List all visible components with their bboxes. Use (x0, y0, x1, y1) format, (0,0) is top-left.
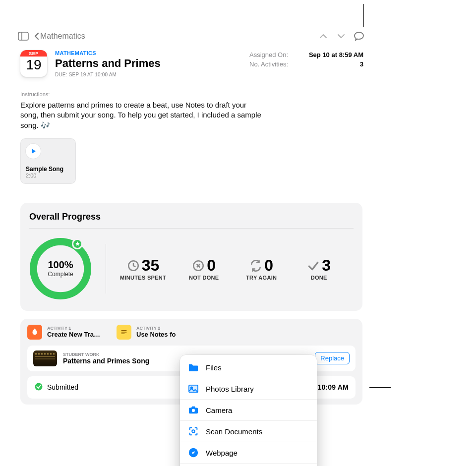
activities-count-label: No. Activities: (249, 60, 288, 68)
source-picker-menu: Files Photos Library Camera Scan Documen… (180, 355, 317, 466)
photo-icon (188, 383, 199, 394)
menu-item-webpage[interactable]: Webpage (180, 442, 317, 463)
svg-marker-2 (32, 149, 36, 154)
stat-not-done: 0 NOT DONE (184, 256, 224, 281)
stat-minutes-spent: 35 MINUTES SPENT (120, 256, 166, 281)
progress-stats: 35 MINUTES SPENT 0 NOT DONE (120, 256, 339, 281)
menu-item-camera[interactable]: Camera (180, 399, 317, 420)
stat-value: 3 (322, 256, 331, 275)
submitted-label: Submitted (47, 383, 78, 391)
progress-percent: 100% (48, 259, 73, 271)
sidebar-toggle-icon[interactable] (16, 30, 30, 42)
menu-item-scan[interactable]: Scan Documents (180, 420, 317, 442)
progress-percent-sub: Complete (48, 271, 73, 278)
clock-icon (127, 259, 140, 272)
activity-number: ACTIVITY 2 (136, 326, 176, 331)
star-badge-icon (72, 238, 83, 249)
activity-number: ACTIVITY 1 (47, 326, 100, 331)
garageband-icon (27, 325, 42, 340)
svg-rect-0 (18, 32, 28, 40)
x-circle-icon (192, 259, 205, 272)
stat-try-again: 0 TRY AGAIN (241, 256, 281, 281)
song-thumbnail-icon (33, 350, 57, 366)
overall-progress-title: Overall Progress (29, 212, 354, 222)
due-date: DUE: SEP 19 AT 10:00 AM (55, 72, 241, 77)
activity-2[interactable]: ACTIVITY 2 Use Notes fo (117, 325, 196, 340)
divider (29, 228, 354, 229)
menu-label: Camera (206, 406, 232, 414)
menu-label: Files (206, 363, 222, 372)
play-icon[interactable] (26, 144, 41, 159)
submitted-time: 10:09 AM (317, 383, 349, 391)
stat-label: DONE (299, 275, 339, 281)
menu-label: Webpage (206, 449, 238, 457)
menu-label: Scan Documents (206, 427, 262, 436)
assigned-on-value: Sep 10 at 8:59 AM (309, 51, 363, 58)
assignment-header: SEP 19 MATHEMATICS Patterns and Primes D… (13, 45, 369, 82)
calendar-day: 19 (26, 57, 41, 73)
attachment-sample-song[interactable]: Sample Song 2:00 (20, 138, 76, 184)
chat-icon[interactable] (352, 30, 366, 42)
divider (106, 244, 106, 293)
camera-icon (188, 405, 199, 415)
retry-icon (249, 259, 262, 272)
next-assignment-button[interactable] (334, 30, 349, 42)
svg-marker-5 (75, 241, 79, 246)
activity-1[interactable]: ACTIVITY 1 Create New Tra… (27, 325, 107, 340)
notes-icon (117, 325, 131, 340)
menu-item-photos[interactable]: Photos Library (180, 378, 317, 399)
folder-icon (188, 362, 199, 373)
stat-done: 3 DONE (299, 256, 339, 281)
app-window: Mathematics SEP 19 MATHEMATICS Patterns … (13, 27, 369, 454)
compass-icon (188, 447, 199, 458)
stat-label: TRY AGAIN (241, 275, 281, 281)
checkmark-icon (307, 259, 320, 272)
stat-label: NOT DONE (184, 275, 224, 281)
activity-name: Create New Tra… (47, 331, 100, 338)
instructions-label: Instructions: (13, 82, 369, 100)
replace-button[interactable]: Replace (315, 352, 350, 364)
progress-ring: 100% Complete (29, 237, 92, 300)
calendar-tile: SEP 19 (20, 50, 47, 77)
menu-item-files[interactable]: Files (180, 357, 317, 378)
assignment-title: Patterns and Primes (55, 57, 241, 70)
back-label: Mathematics (40, 32, 85, 41)
svg-point-15 (192, 430, 195, 433)
activity-name: Use Notes fo (136, 331, 176, 338)
stat-value: 0 (264, 256, 273, 275)
stat-value: 35 (142, 256, 160, 275)
attachment-duration: 2:00 (26, 173, 70, 178)
attachment-title: Sample Song (26, 166, 70, 173)
scan-icon (188, 426, 199, 437)
top-nav-bar: Mathematics (13, 27, 369, 45)
svg-point-11 (35, 383, 43, 390)
menu-label: Photos Library (206, 385, 254, 393)
svg-point-14 (192, 409, 195, 412)
previous-assignment-button[interactable] (316, 30, 331, 42)
stat-label: MINUTES SPENT (120, 275, 166, 281)
calendar-month: SEP (20, 50, 47, 57)
menu-item-bookmarks[interactable]: Bookmarks (180, 463, 317, 466)
instructions-body: Explore patterns and primes to create a … (13, 100, 271, 130)
back-button[interactable]: Mathematics (33, 32, 85, 41)
stat-value: 0 (207, 256, 216, 275)
overall-progress-card: Overall Progress 100% Complete (20, 203, 362, 311)
subject-label: MATHEMATICS (55, 50, 241, 56)
activities-count-value: 3 (360, 60, 363, 68)
check-circle-icon (34, 382, 43, 393)
assigned-on-label: Assigned On: (249, 51, 288, 58)
